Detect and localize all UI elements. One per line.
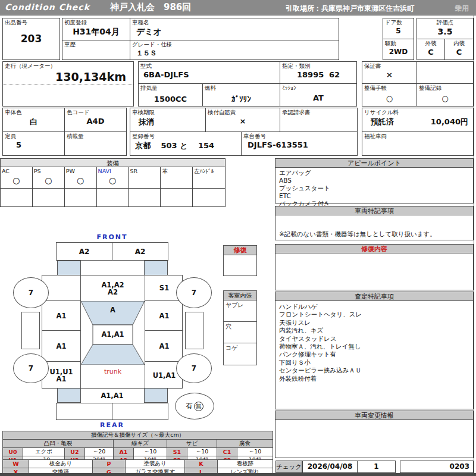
grade-value: １５Ｓ — [130, 49, 339, 58]
welfare-box: 福祉車両 — [362, 131, 474, 156]
mileage-value: 130,134km — [3, 70, 133, 83]
warranty-cell: 保証書 × — [362, 62, 417, 84]
repair-content-title: 修復内容 — [275, 245, 473, 253]
engine-grid: 型式 6BA-DJLFS 指定・類別 18995 62 排気量 1500CC 燃… — [138, 61, 357, 107]
registration-number-cell: 登録番号 京都 503 と 154 — [130, 132, 242, 155]
maintenance-book-label: 整備手帳 — [362, 84, 416, 92]
equipment-label: 革 — [162, 168, 168, 174]
assessment-item: 内装汚れ、キズ — [279, 327, 469, 334]
brand-logo: Condition Check — [5, 2, 90, 12]
lot-number-label: 出品番号 — [3, 18, 60, 27]
assessment-notes-title: 査定特記事項 — [275, 292, 473, 301]
exterior-label: 外装 — [417, 39, 444, 48]
warranty-grid: 保証書 × 整備手帳 ○ 整備記録 ○ — [362, 61, 474, 107]
vehicle-notes-section: 車両特記事項 ※記載のない書類・機器等は無しとして取り扱います。 — [275, 206, 474, 240]
body-color-cell: 車体色 白 — [3, 108, 65, 131]
interior-label: 内装 — [445, 39, 473, 48]
inspection-grid: 車検期限 抹消 検付自賠責 × 承認請求書 — [130, 108, 358, 132]
door-front-left: A1 — [42, 301, 81, 331]
equipment-mark: ○ — [34, 176, 63, 185]
mileage-box: 走行（現メーター） 130,134km — [2, 61, 134, 107]
inspection-value: 抹消 — [130, 117, 205, 127]
check-count: 1 — [358, 461, 395, 472]
model-code-label: 型式 — [139, 62, 280, 70]
vehicle-notes-note: ※記載のない書類・機器等は無しとして取り扱います。 — [275, 229, 473, 239]
mirror-left — [21, 312, 40, 349]
transmission-value: AT — [280, 93, 356, 102]
approval-cell: 承認請求書 — [280, 108, 357, 131]
exterior-cell: 外装 C — [417, 39, 445, 60]
equipment-cell-ps: PS○ — [33, 167, 65, 188]
score-cell: 評価点 3.5 — [417, 18, 473, 39]
legend-code: P — [93, 460, 126, 468]
quarter-left-line2: A1 — [57, 375, 67, 383]
doors-drive-grid: ドア数 5 駆動 2WD — [383, 18, 414, 60]
legend-code: S1 — [167, 448, 187, 456]
drive-cell: 駆動 2WD — [383, 39, 414, 60]
exterior-value: C — [417, 48, 444, 57]
score-grid: 評価点 3.5 外装 C 内装 C — [416, 18, 474, 60]
legend-code: K — [185, 460, 218, 468]
appeal-item: ETC — [279, 192, 469, 200]
vehicle-category: 乗用 — [455, 4, 469, 14]
body-color-grid: 車体色 白 色コード A4D — [2, 108, 127, 132]
pickup-location: 引取場所：兵庫県神戸市東灘区住吉浜町 — [286, 4, 414, 14]
vehicle-notes-title: 車両特記事項 — [275, 206, 473, 215]
wheel-front-right: 7 — [176, 277, 212, 308]
displacement-cell: 排気量 1500CC — [139, 84, 203, 106]
lot-number-value: 203 — [3, 33, 60, 45]
check-code: 0203 — [400, 461, 474, 473]
assessment-item: タイヤスタッドレス — [279, 335, 469, 343]
insurance-cell: 検付自賠責 × — [206, 108, 280, 131]
displacement-label: 排気量 — [139, 84, 202, 92]
history-cell: 車歴 — [62, 40, 130, 60]
equipment-cell-sr: SR — [129, 167, 161, 188]
assessment-item: フロントシートヘタリ、スレ — [279, 311, 469, 318]
score-value: 3.5 — [417, 27, 473, 36]
first-registration-cell: 初度登録 H31年04月 — [62, 18, 130, 40]
type-designation-value: 18995 — [297, 70, 324, 79]
type-class-cell: 指定・類別 18995 62 — [280, 62, 356, 84]
grade-label: グレード・仕様 — [130, 40, 339, 49]
legend-value: ～10 — [237, 448, 273, 456]
hood-line2: A2 — [108, 289, 118, 296]
legend-value: エクボ — [23, 448, 65, 456]
equipment-empty-cell — [129, 189, 161, 206]
registration-number-grid: 登録番号 京都 503 と 154 車台番号 DJLFS-613551 — [130, 131, 358, 156]
rear-bumper-right — [112, 403, 168, 419]
legend-value: 看板跡 — [218, 460, 273, 468]
equipment-empty-cell — [65, 189, 97, 206]
wheel-rear-left: 7 — [13, 353, 49, 383]
fuel-value: ｶﾞｿﾘﾝ — [203, 95, 280, 104]
fuel-cell: 燃料 ｶﾞｿﾘﾝ — [203, 84, 280, 106]
equipment-cell-leather: 革 — [161, 167, 193, 188]
assessment-notes-section: 査定特記事項 ハンドルハゲ フロントシートヘタリ、スレ 天張りスレ 内装汚れ、キ… — [275, 292, 474, 409]
lot-number-box: 出品番号 203 — [2, 18, 60, 60]
rear-panel-mark: A1,A1 — [80, 390, 144, 401]
front-label: FRONT — [56, 233, 168, 241]
front-pillar-left — [57, 261, 81, 275]
assessment-item: 下回りＳ小 — [279, 359, 469, 367]
legend-code: C1 — [217, 448, 237, 456]
equipment-empty-row — [1, 189, 225, 206]
recycle-label: リサイクル料 — [362, 108, 473, 117]
grade-cell: グレード・仕様 １５Ｓ — [130, 40, 339, 60]
equipment-empty-cell — [161, 189, 193, 206]
interior-row-burn: コゲ — [224, 343, 256, 365]
appeal-points-section: アピールポイント エアバッグ ABS プッシュスタート ETC バックカメラ付き — [275, 158, 474, 203]
capacity-cell: 定員 5 — [3, 132, 65, 155]
legend-value: 板金あり — [29, 460, 93, 468]
change-info-title: 車両変更情報 — [275, 411, 473, 420]
equipment-empty-cell — [33, 189, 65, 206]
maintenance-book-value: ○ — [362, 94, 416, 103]
damage-legend-title: 損傷記号＆損傷サイズ（～最大cm） — [3, 431, 273, 440]
wheel-front-left: 7 — [13, 277, 49, 308]
interior-row-hole: 穴 — [224, 322, 256, 343]
equipment-cell-lhd: 左ﾊﾝﾄﾞﾙ — [193, 167, 225, 188]
equipment-mark: ○ — [66, 176, 95, 185]
check-date: 2026/04/08 — [303, 461, 358, 472]
interior-mini-box: 客室内張 ヤブレ 穴 コゲ — [223, 290, 257, 365]
rear-pillar-right — [144, 388, 168, 403]
appeal-item: エアバッグ — [279, 169, 469, 177]
model-code-cell: 型式 6BA-DJLFS — [139, 62, 280, 84]
